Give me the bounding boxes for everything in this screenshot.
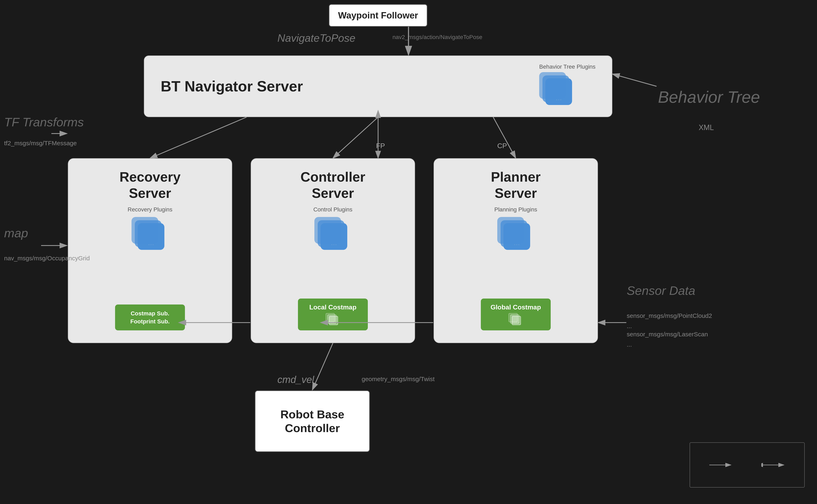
bt-xml-label: XML — [699, 123, 714, 132]
navigate-msg: nav2_msgs/action/NavigateToPose — [392, 34, 482, 40]
planner-costmap-box: Global Costmap — [481, 299, 551, 330]
controller-plugins-label: Control Plugins — [313, 206, 352, 213]
waypoint-follower-box: Waypoint Follower — [329, 4, 427, 27]
sensor-msg4: ... — [627, 341, 632, 348]
bt-navigator-box: BT Navigator Server Behavior Tree Plugin… — [144, 55, 612, 117]
sensor-msg3: sensor_msgs/msg/LaserScan — [627, 331, 708, 338]
controller-costmap-box: Local Costmap — [298, 299, 368, 330]
svg-line-18 — [312, 343, 333, 390]
bt-plugin-stack: ... — [539, 72, 576, 109]
sensor-msg1: sensor_msgs/msg/PointCloud2 — [627, 312, 712, 319]
svg-line-12 — [612, 74, 657, 86]
planner-server-box: Planner Server Planning Plugins ... Glob… — [434, 158, 598, 343]
svg-line-11 — [493, 117, 516, 158]
recovery-plugins-label: Recovery Plugins — [128, 206, 172, 213]
sensor-msg2: ... — [627, 323, 632, 330]
recovery-costmap-box: Costmap Sub. Footprint Sub. — [115, 304, 185, 330]
robot-base-controller-box: Robot Base Controller — [255, 390, 370, 452]
planner-plugin-stack: ... — [497, 217, 534, 254]
recovery-server-box: Recovery Server Recovery Plugins ... Cos… — [68, 158, 232, 343]
cp-label: CP — [497, 142, 507, 150]
recovery-costmap-label: Costmap Sub. Footprint Sub. — [130, 309, 170, 325]
controller-plugin-stack: ... — [314, 217, 351, 254]
planner-plugins-label: Planning Plugins — [494, 206, 537, 213]
cmdvel-label: cmd_vel — [277, 374, 314, 385]
svg-line-8 — [150, 117, 247, 158]
sensor-data-label: Sensor Data — [627, 284, 695, 298]
tf-transforms-label: TF Transforms — [4, 115, 84, 129]
legend-arrow1 — [708, 463, 733, 467]
recovery-plugin-stack: ... — [132, 217, 168, 254]
robot-base-title: Robot Base Controller — [280, 407, 344, 435]
navigate-label: NavigateToPose — [277, 32, 355, 44]
controller-costmap-label: Local Costmap — [309, 303, 356, 311]
recovery-server-title: Recovery Server — [119, 169, 180, 201]
controller-server-box: Controller Server Control Plugins ... Lo… — [251, 158, 415, 343]
cmdvel-msg: geometry_msgs/msg/Twist — [362, 376, 435, 383]
bt-navigator-title: BT Navigator Server — [161, 78, 539, 95]
fp-label: FP — [376, 142, 385, 150]
tf-msg: tf2_msgs/msg/TFMessage — [4, 140, 77, 147]
legend-arrow2 — [761, 463, 786, 467]
controller-server-title: Controller Server — [300, 169, 365, 201]
waypoint-title: Waypoint Follower — [338, 10, 418, 21]
planner-server-title: Planner Server — [491, 169, 541, 201]
map-label: map — [4, 226, 28, 240]
svg-line-9 — [333, 117, 378, 158]
bt-plugins-label: Behavior Tree Plugins — [539, 63, 595, 70]
map-msg: nav_msgs/msg/OccupancyGrid — [4, 255, 90, 262]
planner-costmap-label: Global Costmap — [490, 303, 541, 311]
bt-right-label: Behavior Tree — [658, 88, 760, 107]
legend-box — [690, 442, 805, 488]
